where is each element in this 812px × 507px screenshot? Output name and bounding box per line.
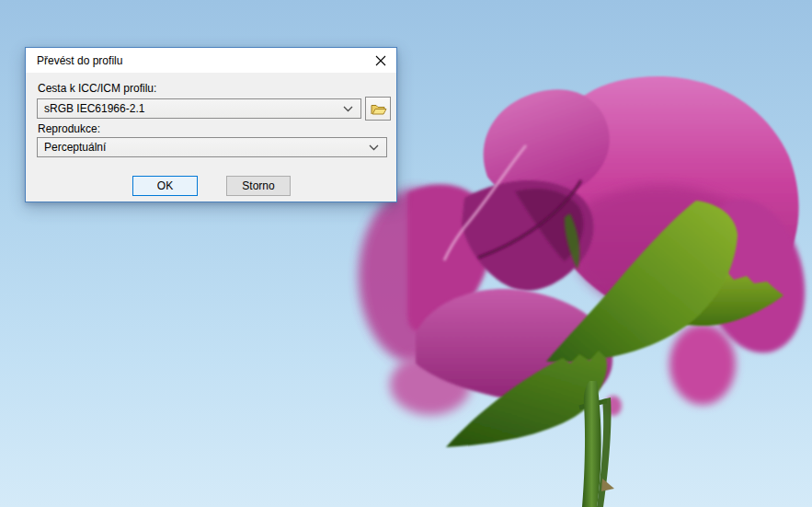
profile-combobox-value: sRGB IEC61966-2.1: [38, 102, 343, 115]
rendering-intent-combobox-value: Perceptuální: [38, 141, 369, 154]
dialog-titlebar[interactable]: Převést do profilu: [26, 48, 396, 73]
rendering-intent-label: Reprodukce:: [38, 122, 100, 135]
ok-button[interactable]: OK: [132, 176, 198, 196]
dialog-title: Převést do profilu: [26, 54, 122, 67]
cancel-button[interactable]: Storno: [226, 176, 291, 196]
chevron-down-icon: [343, 106, 353, 112]
rendering-intent-combobox[interactable]: Perceptuální: [37, 137, 387, 157]
chevron-down-icon: [369, 144, 379, 151]
profile-combobox[interactable]: sRGB IEC61966-2.1: [37, 98, 361, 119]
stem-thorn: [601, 478, 614, 491]
close-button[interactable]: [365, 48, 396, 73]
open-folder-icon: [370, 102, 387, 116]
browse-profile-button[interactable]: [365, 97, 391, 121]
desktop-background: Převést do profilu Cesta k ICC/ICM profi…: [0, 0, 812, 507]
petal-blur-lower-right: [669, 324, 736, 405]
profile-path-label: Cesta k ICC/ICM profilu:: [38, 82, 156, 95]
stem: [582, 381, 601, 507]
close-icon: [375, 55, 386, 66]
convert-to-profile-dialog: Převést do profilu Cesta k ICC/ICM profi…: [25, 47, 397, 202]
